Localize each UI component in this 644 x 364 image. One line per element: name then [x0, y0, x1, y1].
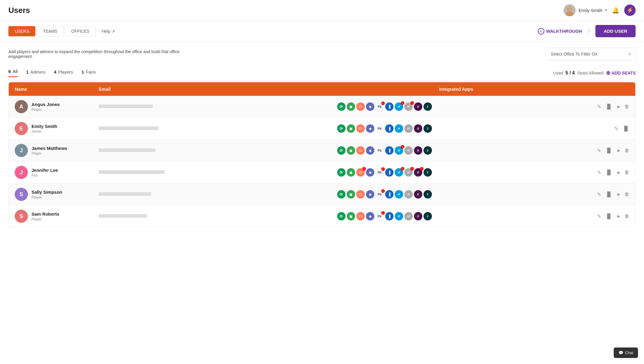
delete-button[interactable]: 🗑	[625, 148, 629, 153]
description-row: Add players and admins to expand the com…	[0, 42, 644, 63]
help-label: Help	[102, 29, 110, 34]
apps-sally: ⟳ ▦ ⬡ ◆ Pd ! ▐ sf sf # Z	[337, 190, 576, 199]
app-icon: ◆	[366, 212, 374, 220]
table-row: E Emily Smith Admin ⟳ ▦ ⬡ ◆ Pd ▐ sf sf #…	[9, 118, 635, 140]
walkthrough-button[interactable]: i WALKTHROUGH	[538, 28, 582, 35]
send-button[interactable]: ➤	[616, 148, 620, 153]
send-button[interactable]: ➤	[616, 104, 620, 110]
svg-point-0	[567, 6, 572, 12]
app-slack-icon: #	[414, 102, 422, 111]
app-icon: sf	[404, 190, 413, 199]
avatar-angus: A	[15, 100, 28, 113]
app-icon: ▦	[347, 146, 355, 155]
app-salesforce1-icon: sf !	[395, 102, 403, 111]
user-name-jennifer: Jennifer Lee	[31, 168, 58, 173]
app-icon: ⟳	[337, 212, 346, 220]
edit-button[interactable]: ✎	[597, 214, 601, 219]
seats-used-label: Used	[553, 71, 563, 75]
user-name-sally: Sally Simpson	[31, 190, 62, 195]
tab-players[interactable]: 4 Players	[54, 69, 73, 77]
app-icon: sf	[404, 146, 413, 155]
tab-players-label: Players	[58, 69, 73, 74]
chart-button[interactable]: ▐▌	[605, 192, 612, 197]
edit-button[interactable]: ✎	[597, 170, 601, 175]
user-role-sam: Player	[31, 217, 59, 221]
tab-fans[interactable]: 1 Fans	[82, 69, 96, 77]
send-button[interactable]: ➤	[616, 214, 620, 219]
col-header-email: Email	[99, 86, 337, 92]
avatar-james: J	[15, 144, 28, 157]
user-name-emily: Emily Smith	[31, 124, 57, 129]
app-icon: Z	[424, 168, 432, 177]
user-info-angus: Angus Jones Player	[31, 102, 60, 112]
tab-offices[interactable]: OFFICES	[65, 26, 96, 36]
seats-info: Used 5 / 4 Seats Allowed ⊕ ADD SEATS	[553, 70, 636, 76]
tab-teams[interactable]: TEAMS	[37, 26, 64, 36]
bell-icon[interactable]: 🔔	[612, 7, 619, 14]
chart-button[interactable]: ▐▌	[605, 214, 612, 219]
description-text: Add players and admins to expand the com…	[8, 49, 188, 59]
chart-button[interactable]: ▐▌	[605, 170, 612, 175]
user-info-sally: Sally Simpson Player	[31, 190, 62, 199]
app-icon: ⬡ !	[356, 168, 365, 177]
app-icon: ▐	[385, 168, 394, 177]
tab-all[interactable]: 6 All	[8, 69, 18, 77]
chart-button[interactable]: ▐▌	[605, 148, 612, 153]
external-link-icon: ↗	[112, 29, 115, 34]
chevron-down-icon: ▾	[605, 8, 607, 12]
app-icon: sf	[395, 190, 403, 199]
help-link[interactable]: Help ↗	[102, 29, 115, 34]
actions-james: ✎ ▐▌ ➤ 🗑	[575, 148, 629, 153]
lightning-button[interactable]: ⚡	[624, 5, 636, 16]
app-icon: ▦	[347, 190, 355, 199]
avatar	[564, 4, 576, 16]
app-icon: ⬡	[356, 124, 365, 133]
app-icon: ▦	[347, 168, 355, 177]
app-icon: ◆	[366, 124, 374, 133]
delete-button[interactable]: 🗑	[625, 170, 629, 175]
nav-tabs: USERS TEAMS OFFICES Help ↗	[8, 26, 115, 36]
chart-button[interactable]: ▐▌	[622, 126, 629, 131]
app-badge: !	[401, 167, 404, 171]
app-badge: !	[401, 145, 404, 149]
apps-jennifer: ⟳ ▦ ⬡ ! ◆ Pd ! ▐ sf ! sf ! # !	[337, 168, 576, 177]
user-role-sally: Player	[31, 195, 62, 199]
app-icon: ◆	[366, 168, 374, 177]
edit-button[interactable]: ✎	[597, 148, 601, 153]
add-user-button[interactable]: ADD USER	[595, 25, 636, 37]
send-button[interactable]: ➤	[616, 170, 620, 175]
office-filter-select[interactable]: Select Office To Filter On	[546, 48, 636, 60]
user-name-sam: Sam Roberts	[31, 211, 59, 217]
add-seats-button[interactable]: ⊕ ADD SEATS	[606, 70, 636, 76]
edit-button[interactable]: ✎	[614, 126, 618, 132]
app-icon: sf	[404, 124, 413, 133]
send-button[interactable]: ➤	[616, 192, 620, 197]
delete-button[interactable]: 🗑	[625, 192, 629, 197]
table-row: S Sally Simpson Player ⟳ ▦ ⬡ ◆ Pd ! ▐ sf…	[9, 184, 635, 205]
info-icon: i	[538, 28, 544, 35]
app-icon: ▐	[385, 146, 394, 155]
app-icon: ▐	[385, 124, 394, 133]
email-emily	[99, 126, 337, 131]
app-icon: ◆	[366, 146, 374, 155]
user-info-james: James Matthews Player	[31, 146, 67, 156]
delete-button[interactable]: 🗑	[625, 214, 629, 219]
more-options-button[interactable]: ⋮	[586, 28, 592, 35]
table-row: S Sam Roberts Player ⟳ ▦ ⬡ ◆ Pd ! ▐ sf s…	[9, 205, 635, 227]
office-filter-wrap: Select Office To Filter On	[546, 48, 636, 60]
user-cell-emily: E Emily Smith Admin	[15, 122, 99, 135]
app-icon: sf	[404, 212, 413, 220]
user-menu[interactable]: Emily Smith ▾	[564, 4, 607, 16]
user-role-angus: Player	[31, 108, 60, 112]
app-icon: Z	[424, 124, 432, 133]
edit-button[interactable]: ✎	[597, 192, 601, 197]
edit-button[interactable]: ✎	[597, 104, 601, 110]
tab-users[interactable]: USERS	[8, 26, 35, 36]
chart-button[interactable]: ▐▌	[605, 104, 612, 109]
delete-button[interactable]: 🗑	[625, 104, 629, 109]
app-icon: Pd !	[376, 190, 384, 199]
table-row: J James Matthews Player ⟳ ▦ ⬡ ◆ Pd ▐ sf …	[9, 140, 635, 162]
tab-admins[interactable]: 1 Admins	[26, 69, 45, 77]
app-badge-sf2: !	[410, 101, 414, 105]
user-role-james: Player	[31, 151, 67, 156]
